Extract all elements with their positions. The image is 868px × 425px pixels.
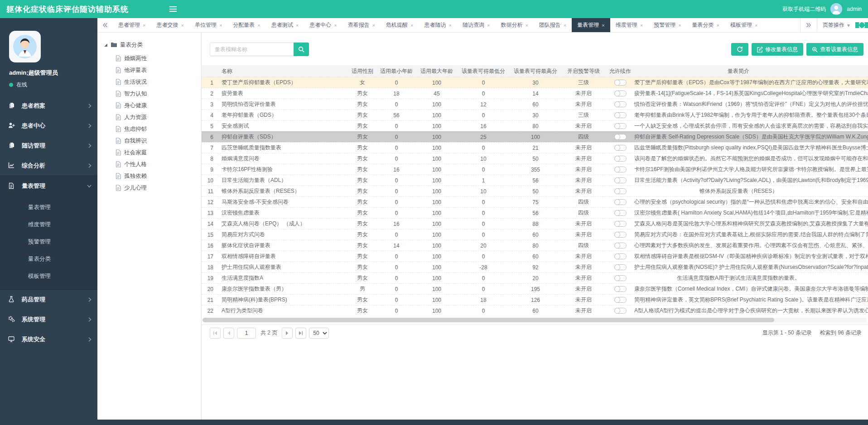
sidebar-menu-item-scales[interactable]: 量表管理	[0, 176, 97, 196]
table-column-header[interactable]: 该量表可得最低分	[457, 67, 510, 75]
horizontal-scrollbar[interactable]	[203, 318, 867, 322]
sidebar-menu-item[interactable]: 患者中心	[0, 116, 97, 136]
sidebar-submenu-item[interactable]: 维度管理	[0, 216, 97, 233]
table-row[interactable]: 17 双相情感障碍自评量表 男女 0 100 0 60 未开启	[202, 251, 868, 262]
tree-item[interactable]: 智力认知	[104, 88, 201, 100]
resume-toggle[interactable]	[614, 221, 627, 227]
tab[interactable]: 数据分析 ×	[495, 18, 533, 32]
fullscreen-icon[interactable]	[855, 22, 868, 28]
resume-toggle[interactable]	[614, 264, 627, 270]
edit-scale-button[interactable]: 修改量表信息	[752, 43, 803, 56]
tab-close-icon[interactable]: ×	[143, 23, 145, 28]
page-number-input[interactable]	[237, 328, 256, 339]
tab[interactable]: 随访查询 ×	[457, 18, 495, 32]
table-row[interactable]: 21 简明精神病(科)量表(BPRS) 男女 0 100 18 126 未开启	[202, 294, 868, 305]
table-row[interactable]: 13 汉密顿焦虑量表 男女 0 100 0 56 四级	[202, 207, 868, 218]
tree-root-node[interactable]: 量表分类	[104, 40, 201, 50]
resume-toggle[interactable]	[614, 253, 627, 259]
next-page-button[interactable]	[282, 328, 293, 339]
tab[interactable]: 患者中心 ×	[304, 18, 342, 32]
tab[interactable]: 团队报告 ×	[534, 18, 572, 32]
page-size-select[interactable]: 50	[309, 328, 329, 339]
tab[interactable]: 患者随访 ×	[419, 18, 457, 32]
table-row[interactable]: 18 护士用住院病人观察量表 男女 0 100 -28 92 未开启	[202, 262, 868, 272]
tab[interactable]: 量表分类 ×	[687, 18, 725, 32]
sidebar-menu-item[interactable]: 系统管理	[0, 310, 97, 329]
table-column-header[interactable]: 名称	[215, 67, 349, 75]
view-scale-button[interactable]: 查看该量表信息	[806, 43, 863, 56]
tab[interactable]: 量表管理 ×	[572, 18, 610, 32]
sidebar-menu-item[interactable]: 系统安全	[0, 329, 97, 349]
tab-close-icon[interactable]: ×	[755, 23, 757, 28]
tree-item[interactable]: 孤独依赖	[104, 170, 201, 182]
tab[interactable]: 分配量表 ×	[227, 18, 265, 32]
tree-item[interactable]: 自我辨识	[104, 135, 201, 147]
table-column-header[interactable]: 允许续作	[606, 67, 634, 75]
resume-toggle[interactable]	[614, 112, 627, 118]
table-row[interactable]: 2 疲劳量表 男女 18 45 0 14 未开启	[202, 88, 868, 99]
resume-toggle[interactable]	[614, 134, 627, 140]
tab-operations-dropdown[interactable]: 页签操作▾	[817, 18, 855, 32]
table-column-header[interactable]: 量表简介	[634, 67, 843, 75]
resume-toggle[interactable]	[614, 177, 627, 183]
tab[interactable]: 患者测试 ×	[266, 18, 304, 32]
table-row[interactable]: 4 老年抑郁量表（GDS） 男女 56 100 0 30 三级	[202, 110, 868, 120]
resume-toggle[interactable]	[614, 308, 627, 314]
username-label[interactable]: admin	[847, 6, 862, 12]
tab-close-icon[interactable]: ×	[296, 23, 299, 28]
resume-toggle[interactable]	[614, 210, 627, 216]
resume-toggle[interactable]	[614, 275, 627, 281]
tree-item[interactable]: 个性人格	[104, 158, 201, 170]
sidebar-submenu-item[interactable]: 量表管理	[0, 199, 97, 216]
tab[interactable]: 预警管理 ×	[648, 18, 686, 32]
search-input[interactable]	[210, 43, 294, 56]
sidebar-menu-item[interactable]: 患者档案	[0, 96, 97, 116]
last-page-button[interactable]	[295, 328, 306, 339]
resume-toggle[interactable]	[614, 145, 627, 151]
table-row[interactable]: 7 匹茨堡睡眠质量指数量表 男女 0 100 0 21 未开启	[202, 142, 868, 153]
resume-toggle[interactable]	[614, 199, 627, 205]
sidebar-menu-item[interactable]: 综合分析	[0, 156, 97, 176]
tree-item[interactable]: 身心健康	[104, 100, 201, 111]
tab-close-icon[interactable]: ×	[564, 23, 566, 28]
prev-page-button[interactable]	[223, 328, 234, 339]
tab[interactable]: 维度管理 ×	[610, 18, 648, 32]
tab-close-icon[interactable]: ×	[678, 23, 681, 28]
table-row[interactable]: 9 卡特尔16PF性格测验 男女 16 100 0 355 未开启	[202, 164, 868, 175]
tree-item[interactable]: 他评量表	[104, 64, 201, 76]
sidebar-submenu-item[interactable]: 模板管理	[0, 267, 97, 285]
tab[interactable]: 危机提醒 ×	[381, 18, 419, 32]
resume-toggle[interactable]	[614, 80, 627, 86]
tab-close-icon[interactable]: ×	[372, 23, 375, 28]
menu-toggle-icon[interactable]	[169, 6, 177, 12]
sidebar-submenu-item[interactable]: 量表分类	[0, 250, 97, 267]
table-row[interactable]: 19 生活满意度指数A 男女 0 100 0 20 未开启	[202, 272, 868, 283]
tab-close-icon[interactable]: ×	[487, 23, 490, 28]
table-row[interactable]: 5 安全感测试 男女 0 100 16 80 未开启	[202, 120, 868, 131]
resume-toggle[interactable]	[614, 167, 627, 172]
tree-expander-icon[interactable]	[104, 43, 108, 47]
tab-close-icon[interactable]: ×	[410, 23, 413, 28]
tree-item[interactable]: 社会家庭	[104, 147, 201, 158]
table-column-header[interactable]: 适用最小年龄	[376, 67, 417, 75]
tree-item[interactable]: 焦虑抑郁	[104, 123, 201, 135]
refresh-button[interactable]	[731, 43, 748, 56]
tab[interactable]: 模板管理 ×	[725, 18, 763, 32]
scrollbar-thumb[interactable]	[203, 318, 774, 322]
user-avatar[interactable]	[830, 3, 842, 15]
table-row[interactable]: 14 艾森克人格问卷（EPQ） （成人） 男女 16 100 0 88 未开启	[202, 218, 868, 229]
tab-close-icon[interactable]: ×	[717, 23, 719, 28]
first-page-button[interactable]	[210, 328, 221, 339]
tree-item[interactable]: 婚姻两性	[104, 53, 201, 64]
tab-close-icon[interactable]: ×	[334, 23, 337, 28]
table-row[interactable]: 3 简明惧怕否定评价量表 男女 0 100 12 60 未开启	[202, 99, 868, 110]
table-row[interactable]: 10 日常生活能力量表（ADL） 男女 0 100 1 56 未开启	[202, 175, 868, 186]
sidebar-menu-item[interactable]: 随访管理	[0, 136, 97, 156]
table-column-header[interactable]: 适用最大年龄	[417, 67, 457, 75]
tab-close-icon[interactable]: ×	[181, 23, 183, 28]
tab-close-icon[interactable]: ×	[219, 23, 222, 28]
table-row[interactable]: 20 康奈尔医学指数量表（男） 男 0 100 0 195 未开启	[202, 283, 868, 294]
tab-close-icon[interactable]: ×	[640, 23, 643, 28]
tree-item[interactable]: 生活状况	[104, 76, 201, 88]
qr-code-link[interactable]: 获取手机端二维码	[782, 5, 826, 13]
